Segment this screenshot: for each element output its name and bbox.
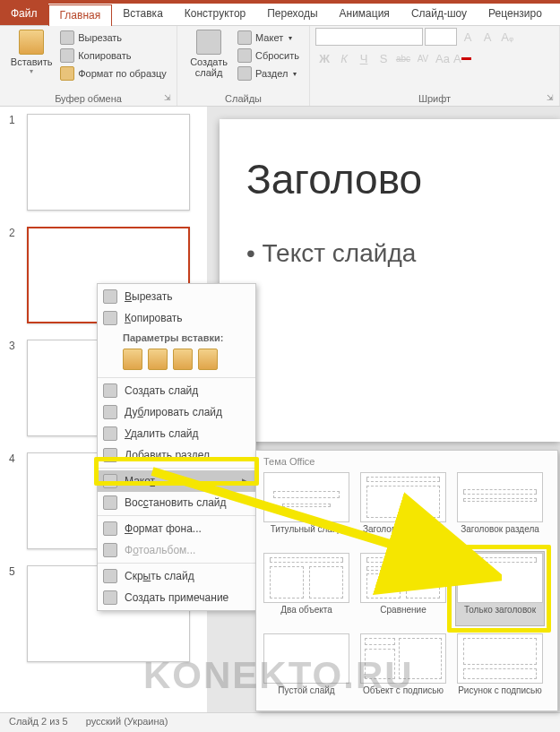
- ctx-duplicate[interactable]: Дублировать слайд: [98, 401, 255, 423]
- spacing-button[interactable]: AV: [414, 49, 432, 67]
- layout-title-slide[interactable]: Титульный слайд: [262, 470, 351, 546]
- layout-icon: [237, 30, 252, 45]
- ctx-delete[interactable]: Удалить слайд: [98, 423, 255, 444]
- ctx-paste-header: Параметры вставки:: [98, 329, 255, 345]
- new-slide-icon: [103, 383, 117, 398]
- tab-file[interactable]: Файл: [0, 4, 48, 25]
- separator: [98, 515, 255, 516]
- chevron-right-icon: ▶: [242, 477, 248, 486]
- tab-transitions[interactable]: Переходы: [256, 4, 328, 25]
- strike-button[interactable]: abc: [394, 49, 412, 67]
- ctx-copy[interactable]: Копировать: [98, 307, 255, 329]
- tab-review[interactable]: Рецензиро: [478, 4, 553, 25]
- delete-icon: [103, 426, 117, 441]
- duplicate-icon: [103, 405, 117, 419]
- slide-title[interactable]: Заголово: [246, 155, 560, 203]
- paste-text-icon[interactable]: [198, 349, 218, 370]
- layout-title-only[interactable]: Только заголовок: [455, 551, 545, 626]
- ctx-layout[interactable]: Макет▶: [98, 470, 255, 492]
- paste-button[interactable]: Вставить ▾: [8, 28, 55, 91]
- new-slide-button[interactable]: Создать слайд: [185, 28, 232, 91]
- layout-blank[interactable]: Пустой слайд: [262, 632, 351, 707]
- shrink-font-button[interactable]: A: [478, 28, 496, 46]
- thumb-number: 5: [9, 565, 22, 578]
- layout-icon: [103, 474, 117, 488]
- font-family-combo[interactable]: [315, 28, 423, 46]
- clipboard-group-label: Буфер обмена: [5, 91, 171, 106]
- dropdown-icon: ▾: [30, 67, 33, 75]
- thumbnail-1[interactable]: [27, 114, 190, 211]
- thumb-number: 2: [9, 227, 22, 239]
- clear-format-button[interactable]: Aᵩ: [498, 28, 516, 46]
- copy-icon: [103, 311, 117, 325]
- ctx-format-bg[interactable]: Формат фона...: [98, 518, 255, 539]
- italic-button[interactable]: К: [335, 49, 353, 67]
- layout-title-content[interactable]: Заголовок и объект: [358, 470, 448, 546]
- separator: [98, 468, 255, 469]
- layout-two-content[interactable]: Два объекта: [262, 551, 351, 626]
- paste-source-format-icon[interactable]: [148, 349, 168, 370]
- copy-button[interactable]: Копировать: [58, 47, 168, 64]
- cut-button[interactable]: Вырезать: [58, 30, 168, 46]
- context-menu: ВВырезатьырезать Копировать Параметры вс…: [97, 283, 256, 611]
- tab-home[interactable]: Главная: [48, 4, 113, 26]
- shadow-button[interactable]: S: [375, 49, 392, 67]
- grow-font-button[interactable]: A: [459, 28, 477, 46]
- current-slide[interactable]: Заголово • Текст слайда: [220, 119, 560, 442]
- gallery-title: Тема Office: [262, 454, 552, 470]
- underline-button[interactable]: Ч: [355, 49, 373, 67]
- ctx-add-section[interactable]: Добавить раздел: [98, 444, 255, 466]
- ctx-paste-options: [98, 345, 255, 375]
- layout-button[interactable]: Макет▾: [236, 30, 301, 46]
- ctx-cut[interactable]: ВВырезатьырезать: [98, 286, 255, 307]
- copy-icon: [60, 48, 74, 63]
- section-icon: [237, 66, 252, 81]
- slides-group-label: Слайды: [183, 91, 304, 106]
- section-button[interactable]: Раздел▾: [236, 65, 301, 82]
- ctx-hide[interactable]: Скрыть слайд: [98, 565, 255, 587]
- case-button[interactable]: Aa: [434, 49, 452, 67]
- separator: [98, 377, 255, 378]
- font-size-combo[interactable]: [425, 28, 457, 46]
- bold-button[interactable]: Ж: [315, 49, 333, 67]
- comment-icon: [103, 590, 117, 605]
- tab-slideshow[interactable]: Слайд-шоу: [401, 4, 478, 25]
- paste-dest-theme-icon[interactable]: [123, 349, 142, 370]
- paste-icon: [19, 30, 44, 55]
- group-slides: Создать слайд Макет▾ Сбросить Раздел▾ Сл…: [177, 26, 310, 106]
- slide-body[interactable]: • Текст слайда: [246, 239, 560, 268]
- thumb-number: 1: [9, 114, 22, 126]
- scissors-icon: [60, 30, 74, 45]
- format-painter-button[interactable]: Формат по образцу: [58, 65, 168, 82]
- tab-animations[interactable]: Анимация: [329, 4, 401, 25]
- language-indicator[interactable]: русский (Украина): [86, 716, 168, 729]
- reset-button[interactable]: Сбросить: [236, 47, 301, 64]
- section-icon: [103, 448, 117, 462]
- clipboard-dialog-launcher[interactable]: ⇲: [164, 93, 175, 104]
- reset-icon: [103, 495, 117, 510]
- photo-album-icon: [103, 543, 117, 557]
- new-slide-icon: [196, 30, 221, 55]
- format-bg-icon: [103, 521, 117, 536]
- hide-icon: [103, 569, 117, 583]
- font-dialog-launcher[interactable]: ⇲: [547, 93, 557, 104]
- tab-design[interactable]: Конструктор: [174, 4, 256, 25]
- ctx-photo-album: Фотоальбом...: [98, 539, 255, 561]
- thumb-number: 4: [9, 452, 22, 465]
- thumb-number: 3: [9, 340, 22, 352]
- layout-section-header[interactable]: Заголовок раздела: [455, 470, 545, 546]
- tab-insert[interactable]: Вставка: [112, 4, 174, 25]
- paste-label: Вставить: [11, 56, 53, 67]
- font-color-button[interactable]: A: [453, 49, 471, 67]
- layout-content-caption[interactable]: Объект с подписью: [358, 632, 448, 707]
- font-group-label: Шрифт: [315, 91, 554, 106]
- layout-comparison[interactable]: Сравнение: [358, 551, 448, 626]
- ctx-reset[interactable]: Восстановить слайд: [98, 492, 255, 513]
- paste-picture-icon[interactable]: [173, 349, 193, 370]
- layout-picture-caption[interactable]: Рисунок с подписью: [455, 632, 545, 707]
- group-font: A A Aᵩ Ж К Ч S abc AV Aa A Шрифт ⇲: [310, 26, 560, 106]
- ctx-new-comment[interactable]: Создать примечание: [98, 587, 255, 608]
- slide-counter: Слайд 2 из 5: [9, 716, 68, 729]
- brush-icon: [60, 66, 74, 81]
- ctx-new-slide[interactable]: Создать слайд: [98, 380, 255, 401]
